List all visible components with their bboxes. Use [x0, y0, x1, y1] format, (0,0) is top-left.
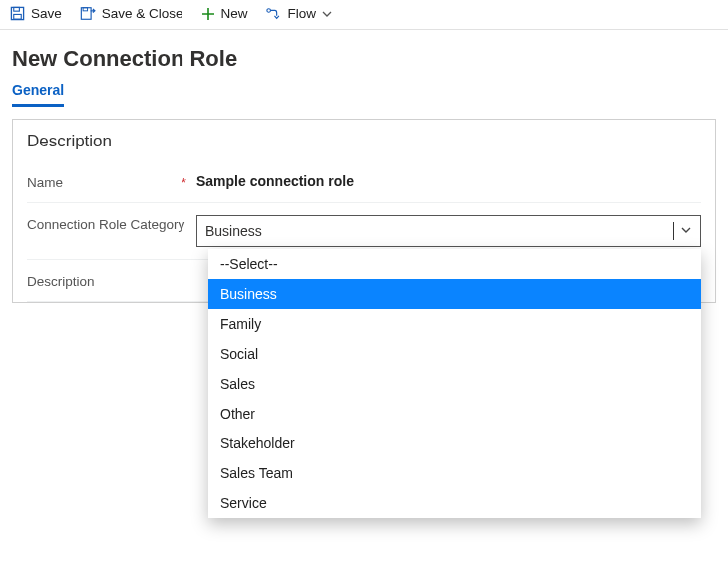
save-close-icon [80, 6, 96, 21]
svg-rect-2 [14, 14, 22, 19]
row-name: Name * Sample connection role [27, 161, 701, 203]
save-label: Save [31, 6, 62, 21]
flow-label: Flow [288, 6, 317, 21]
dropdown-option[interactable]: Other [208, 399, 701, 429]
svg-rect-1 [14, 7, 20, 11]
page-title: New Connection Role [0, 30, 728, 82]
flow-button[interactable]: Flow [266, 6, 333, 21]
command-bar: Save Save & Close New Flow [0, 0, 728, 30]
dropdown-option[interactable]: Stakeholder [208, 429, 701, 458]
save-close-button[interactable]: Save & Close [80, 6, 183, 21]
plus-icon [201, 7, 215, 21]
dropdown-option[interactable]: Business [208, 279, 701, 309]
tab-strip: General [0, 82, 728, 107]
section-title: Description [27, 130, 701, 161]
dropdown-option[interactable]: Sales Team [208, 458, 701, 488]
text-cursor [673, 222, 674, 240]
category-select[interactable]: Business [196, 215, 701, 247]
label-name: Name [27, 175, 63, 190]
required-indicator: * [182, 175, 196, 190]
flow-icon [266, 7, 282, 21]
category-select-value: Business [205, 223, 262, 239]
svg-rect-4 [83, 8, 87, 11]
description-panel: Description Name * Sample connection rol… [12, 119, 716, 303]
dropdown-option[interactable]: Family [208, 309, 701, 339]
category-dropdown: --Select--BusinessFamilySocialSalesOther… [208, 249, 701, 518]
dropdown-option[interactable]: Service [208, 488, 701, 518]
save-button[interactable]: Save [10, 6, 62, 21]
dropdown-option[interactable]: --Select-- [208, 249, 701, 279]
new-label: New [221, 6, 248, 21]
chevron-down-icon [322, 9, 332, 19]
chevron-down-icon [680, 223, 692, 239]
dropdown-option[interactable]: Sales [208, 369, 701, 399]
label-category: Connection Role Category [27, 217, 184, 232]
tab-general[interactable]: General [12, 82, 64, 107]
label-description: Description [27, 274, 95, 289]
save-icon [10, 6, 25, 21]
new-button[interactable]: New [201, 6, 248, 21]
svg-point-5 [266, 8, 270, 12]
dropdown-option[interactable]: Social [208, 339, 701, 369]
save-close-label: Save & Close [102, 6, 183, 21]
name-field[interactable]: Sample connection role [196, 173, 354, 189]
